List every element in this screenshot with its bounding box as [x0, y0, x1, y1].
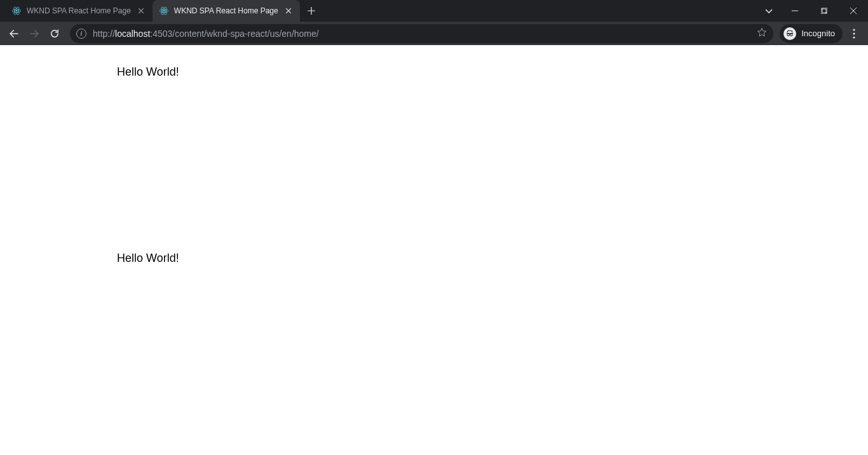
hello-text-1: Hello World! [117, 65, 868, 79]
reload-button[interactable] [46, 25, 64, 43]
incognito-icon [783, 27, 796, 40]
react-icon [11, 6, 22, 16]
menu-button[interactable] [845, 25, 863, 43]
tab-search-button[interactable] [757, 0, 780, 22]
url-text: http://localhost:4503/content/wknd-spa-r… [93, 29, 750, 39]
incognito-label: Incognito [801, 29, 835, 38]
svg-point-11 [853, 32, 855, 34]
hello-text-2: Hello World! [117, 252, 868, 265]
react-icon [159, 6, 169, 16]
svg-point-12 [853, 36, 855, 38]
maximize-button[interactable] [810, 0, 839, 22]
forward-button[interactable] [25, 25, 43, 43]
close-icon[interactable] [136, 6, 146, 16]
minimize-button[interactable] [780, 0, 810, 22]
bookmark-star-icon[interactable] [757, 27, 767, 40]
svg-point-0 [16, 10, 18, 12]
close-window-button[interactable] [839, 0, 868, 22]
svg-rect-9 [822, 8, 827, 13]
tab-title: WKND SPA React Home Page [27, 6, 131, 15]
back-button[interactable] [5, 25, 23, 43]
page-content: Hello World! Hello World! [0, 45, 868, 455]
titlebar: WKND SPA React Home Page WKND SPA React … [0, 0, 868, 22]
new-tab-button[interactable] [302, 0, 320, 22]
address-bar[interactable]: i http://localhost:4503/content/wknd-spa… [70, 24, 773, 43]
close-icon[interactable] [283, 6, 294, 16]
tab-title: WKND SPA React Home Page [174, 6, 278, 15]
svg-rect-8 [821, 9, 826, 14]
svg-point-4 [163, 10, 165, 12]
tabs-area: WKND SPA React Home Page WKND SPA React … [0, 0, 757, 22]
incognito-badge[interactable]: Incognito [780, 24, 843, 43]
info-icon[interactable]: i [76, 29, 86, 39]
toolbar: i http://localhost:4503/content/wknd-spa… [0, 22, 868, 45]
window-controls [780, 0, 868, 22]
browser-tab-0[interactable]: WKND SPA React Home Page [5, 0, 153, 22]
browser-tab-1[interactable]: WKND SPA React Home Page [153, 0, 300, 22]
svg-point-10 [853, 29, 855, 31]
